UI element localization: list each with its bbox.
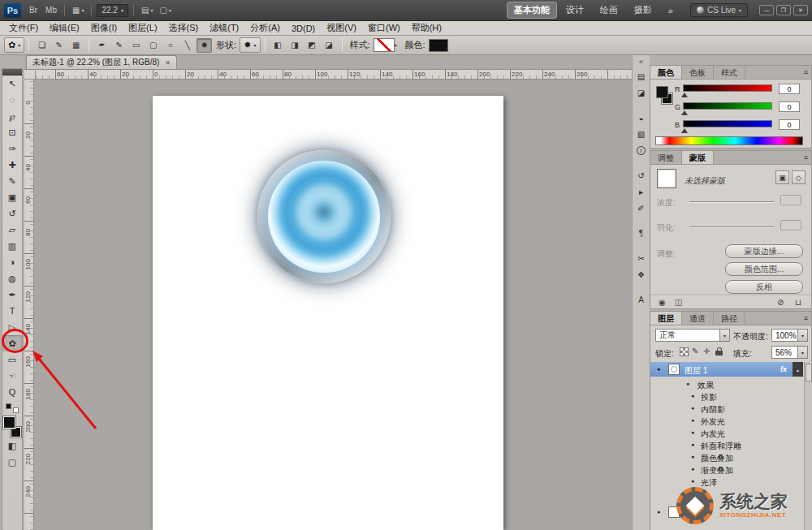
- adjustments-panel-icon[interactable]: ◒: [634, 111, 649, 124]
- paragraph-panel-icon[interactable]: ¶: [634, 226, 649, 239]
- disable-mask-icon[interactable]: ⊘: [777, 298, 784, 307]
- channel-g-value[interactable]: 0: [779, 101, 800, 112]
- load-selection-from-mask-icon[interactable]: ◉: [659, 298, 666, 307]
- effects-header-row[interactable]: ● 效果: [650, 378, 803, 390]
- workspace-overflow-button[interactable]: »: [661, 3, 680, 18]
- tab-paths[interactable]: 路径: [714, 312, 745, 325]
- visibility-eye-icon[interactable]: ●: [688, 454, 698, 459]
- exclude-shape-area-button[interactable]: ◪: [322, 38, 337, 53]
- document-canvas[interactable]: [153, 96, 503, 530]
- foreground-color-swatch[interactable]: [657, 87, 667, 97]
- color-range-button[interactable]: 颜色范围...: [725, 262, 803, 276]
- workspace-design-button[interactable]: 设计: [559, 2, 591, 19]
- dodge-tool[interactable]: ◍: [2, 270, 22, 287]
- brush-tool[interactable]: ✎: [2, 173, 22, 189]
- document-tab[interactable]: 未标题-1 @ 22.2% (图层 1, RGB/8) ✕: [26, 55, 177, 69]
- eraser-tool[interactable]: ▱: [2, 222, 22, 238]
- panel-menu-icon[interactable]: ≡: [804, 314, 808, 322]
- menu-layer[interactable]: 图层(L): [123, 21, 162, 35]
- minimize-button[interactable]: —: [759, 5, 774, 15]
- apply-mask-icon[interactable]: ◫: [675, 298, 682, 307]
- visibility-eye-icon[interactable]: ●: [688, 405, 698, 411]
- slider-thumb[interactable]: [681, 110, 688, 115]
- mini-bridge-icon[interactable]: Mb: [43, 3, 59, 18]
- clone-stamp-tool[interactable]: ▣: [2, 189, 22, 205]
- panel-menu-icon[interactable]: ≡: [804, 68, 808, 76]
- marquee-tool[interactable]: ◌: [2, 92, 22, 108]
- collapse-panels-button[interactable]: «: [634, 57, 649, 67]
- close-tab-icon[interactable]: ✕: [165, 59, 171, 67]
- screen-mode-icon[interactable]: ▢▾: [157, 3, 173, 18]
- rectangle-tool-button[interactable]: ▭: [128, 38, 144, 53]
- tab-color[interactable]: 颜色: [650, 66, 682, 79]
- move-tool[interactable]: ↖: [2, 75, 22, 92]
- styles-panel-icon[interactable]: ▧: [634, 127, 649, 140]
- menu-file[interactable]: 文件(F): [3, 21, 44, 35]
- menu-window[interactable]: 窗口(W): [362, 21, 406, 35]
- channel-b-value[interactable]: 0: [779, 119, 800, 130]
- blend-mode-select[interactable]: 正常 ▾: [655, 329, 730, 342]
- fill-pixels-mode-button[interactable]: ▦: [68, 38, 84, 53]
- effect-row[interactable]: ● 颜色叠加: [650, 451, 803, 463]
- character-panel-icon[interactable]: A: [634, 293, 649, 306]
- zoom-tool[interactable]: Q: [2, 384, 22, 400]
- visibility-eye-icon[interactable]: ●: [654, 366, 663, 372]
- visibility-eye-icon[interactable]: ●: [688, 393, 698, 399]
- freeform-pen-tool-button[interactable]: ✎: [111, 38, 127, 53]
- channel-r-slider[interactable]: [683, 84, 772, 92]
- line-tool-button[interactable]: ╲: [179, 38, 195, 53]
- screen-mode-button[interactable]: ▢: [2, 454, 22, 470]
- close-button[interactable]: ✕: [793, 5, 808, 15]
- arrange-documents-icon[interactable]: ▤▾: [139, 3, 155, 18]
- quick-mask-button[interactable]: ◧: [2, 437, 22, 454]
- default-colors-icon[interactable]: [6, 403, 19, 413]
- channel-b-slider[interactable]: [683, 120, 772, 127]
- layer-name[interactable]: 图层 1: [685, 365, 707, 377]
- view-extras-icon[interactable]: ▦▾: [70, 3, 86, 18]
- effect-row[interactable]: ● 内发光: [650, 427, 803, 439]
- custom-shape-tool-button[interactable]: ✹: [197, 38, 212, 53]
- mask-edge-button[interactable]: 蒙版边缘...: [725, 244, 803, 258]
- lock-transparent-pixels-icon[interactable]: [680, 347, 689, 356]
- effect-row[interactable]: ● 内阴影: [650, 403, 803, 415]
- opacity-select[interactable]: 100% ▾: [771, 329, 808, 342]
- pen-tool-button[interactable]: ✒: [94, 38, 110, 53]
- effect-row[interactable]: ● 渐变叠加: [650, 463, 803, 476]
- shape-picker[interactable]: ✹ ▾: [240, 37, 260, 53]
- menu-3d[interactable]: 3D(D): [286, 23, 321, 34]
- menu-image[interactable]: 图像(I): [85, 21, 123, 35]
- healing-brush-tool[interactable]: ✚: [2, 157, 22, 173]
- slices-panel-icon[interactable]: ✂: [634, 252, 649, 265]
- channel-r-value[interactable]: 0: [779, 84, 800, 94]
- tab-layers[interactable]: 图层: [650, 312, 682, 325]
- ellipse-tool-button[interactable]: ○: [162, 38, 178, 53]
- invert-button[interactable]: 反相: [725, 280, 803, 294]
- workspace-photography-button[interactable]: 摄影: [627, 2, 659, 19]
- menu-filter[interactable]: 滤镜(T): [204, 21, 244, 35]
- paths-mode-button[interactable]: ✎: [51, 38, 67, 53]
- history-panel-icon[interactable]: ↺: [634, 169, 649, 182]
- effect-row[interactable]: ● 斜面和浮雕: [650, 439, 803, 451]
- color-spectrum-ramp[interactable]: [655, 136, 803, 145]
- history-brush-tool[interactable]: ↺: [2, 205, 22, 222]
- notes-tool[interactable]: ▭: [2, 351, 22, 368]
- gradient-tool[interactable]: ▥: [2, 238, 22, 254]
- add-shape-area-button[interactable]: ◧: [270, 38, 286, 53]
- lock-all-icon[interactable]: [715, 351, 723, 355]
- restore-button[interactable]: ❐: [776, 5, 791, 15]
- navigator-panel-icon[interactable]: ◪: [634, 86, 649, 99]
- fill-select[interactable]: 56% ▾: [771, 346, 808, 359]
- visibility-eye-icon[interactable]: ●: [688, 466, 698, 472]
- intersect-shape-area-button[interactable]: ◩: [304, 38, 320, 53]
- tab-swatches[interactable]: 色板: [682, 66, 714, 79]
- eyedropper-tool[interactable]: ✑: [2, 140, 22, 157]
- visibility-eye-icon[interactable]: ●: [688, 429, 698, 435]
- visibility-eye-icon[interactable]: ●: [688, 442, 698, 447]
- channel-g-slider[interactable]: [683, 102, 772, 110]
- workspace-painting-button[interactable]: 绘画: [593, 2, 625, 19]
- tab-channels[interactable]: 通道: [682, 312, 714, 325]
- effect-row[interactable]: ● 外发光: [650, 415, 803, 427]
- effect-row[interactable]: ● 投影: [650, 390, 803, 403]
- brush-presets-panel-icon[interactable]: ❖: [634, 268, 649, 281]
- tool-preset-picker[interactable]: ✿ ▾: [4, 37, 24, 53]
